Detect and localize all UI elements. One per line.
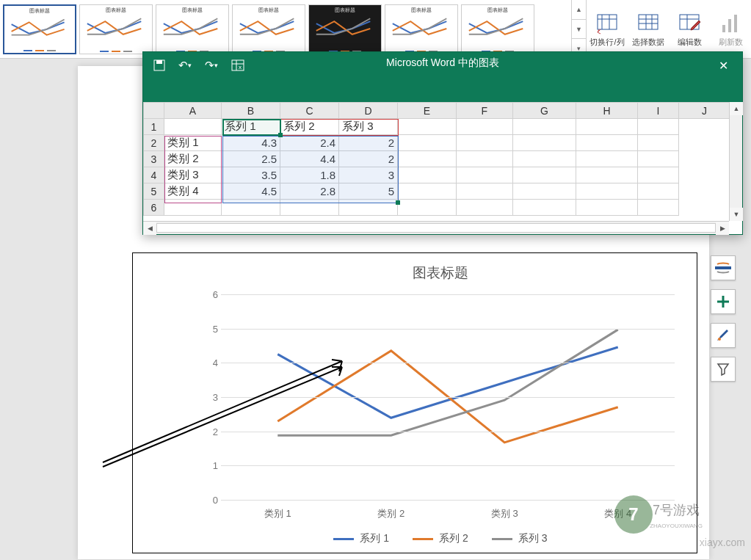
cell-d1[interactable]: 系列 3 [339, 119, 398, 135]
cell-a1[interactable] [164, 119, 222, 135]
cell[interactable] [398, 167, 457, 183]
row-header[interactable]: 2 [144, 135, 164, 151]
scroll-down-button[interactable]: ▼ [730, 208, 743, 221]
legend-item-s2[interactable]: 系列 2 [413, 532, 468, 545]
chart-style-style-7[interactable]: 图表标题 [461, 4, 534, 54]
cell[interactable] [637, 183, 678, 200]
chart-title[interactable]: 图表标题 [192, 263, 689, 283]
cell[interactable] [457, 151, 513, 167]
scroll-right-button[interactable]: ▶ [716, 222, 729, 235]
select-data-button[interactable]: 选择数据 [628, 0, 669, 58]
cell[interactable]: 2 [339, 135, 398, 151]
cell[interactable]: 1.8 [280, 167, 339, 183]
table-row[interactable]: 1 系列 1 系列 2 系列 3 [144, 119, 730, 135]
row-header[interactable]: 5 [144, 183, 164, 200]
chart-style-style-3[interactable]: 图表标题 [156, 4, 229, 54]
cell[interactable] [280, 200, 339, 216]
table-row[interactable]: 3类别 22.54.42 [144, 151, 730, 167]
chart-style-style-1[interactable]: 图表标题 [3, 4, 76, 54]
refresh-data-button[interactable]: 刷新数 [710, 0, 751, 58]
cell[interactable]: 4.5 [222, 183, 280, 200]
cell[interactable] [398, 151, 457, 167]
chart-filter-button[interactable] [711, 357, 736, 382]
chart-style-style-6[interactable]: 图表标题 [385, 4, 458, 54]
cell[interactable] [457, 167, 513, 183]
cell[interactable] [637, 200, 678, 216]
cell[interactable] [637, 167, 678, 183]
table-row[interactable]: 4类别 33.51.83 [144, 167, 730, 183]
table-row[interactable]: 6 [144, 200, 730, 216]
table-row[interactable]: 2类别 14.32.42 [144, 135, 730, 151]
cell[interactable]: 5 [339, 183, 398, 200]
scroll-track[interactable] [156, 223, 716, 233]
cell[interactable] [457, 135, 513, 151]
sheet-grid[interactable]: ABCDEFGHIJ 1 系列 1 系列 2 系列 3 2类别 14.32.42… [143, 102, 742, 234]
cell[interactable]: 类别 1 [164, 135, 222, 151]
cell[interactable] [512, 119, 576, 135]
cell[interactable]: 类别 3 [164, 167, 222, 183]
cell[interactable]: 3 [339, 167, 398, 183]
table-row[interactable]: 5类别 44.52.85 [144, 183, 730, 200]
cell[interactable] [398, 200, 457, 216]
sheet-close-button[interactable]: ✕ [708, 55, 738, 76]
cell[interactable] [512, 183, 576, 200]
chart-style-button[interactable] [711, 323, 736, 348]
chart-add-element-button[interactable] [711, 289, 736, 314]
row-header[interactable]: 4 [144, 167, 164, 183]
chart-style-style-4[interactable]: 图表标题 [232, 4, 305, 54]
column-header-J[interactable]: J [679, 103, 730, 119]
cell-b1[interactable]: 系列 1 [222, 119, 280, 135]
column-header-G[interactable]: G [512, 103, 576, 119]
cell[interactable]: 类别 4 [164, 183, 222, 200]
cell[interactable]: 2.8 [280, 183, 339, 200]
series-line[interactable] [277, 347, 617, 418]
cell[interactable] [512, 135, 576, 151]
cell[interactable]: 3.5 [222, 167, 280, 183]
column-header-F[interactable]: F [457, 103, 513, 119]
scroll-left-button[interactable]: ◀ [143, 222, 156, 235]
cell[interactable]: 类别 2 [164, 151, 222, 167]
cell[interactable] [637, 151, 678, 167]
column-header-D[interactable]: D [339, 103, 398, 119]
save-icon[interactable] [153, 59, 165, 71]
cell[interactable] [576, 119, 637, 135]
chart-style-style-2[interactable]: 图表标题 [79, 4, 153, 54]
cell-c1[interactable]: 系列 2 [280, 119, 339, 135]
column-header-A[interactable]: A [164, 103, 222, 119]
sheet-table[interactable]: ABCDEFGHIJ 1 系列 1 系列 2 系列 3 2类别 14.32.42… [143, 102, 730, 216]
gallery-up-button[interactable]: ▲ [572, 0, 586, 19]
data-sheet-window[interactable]: ↶ ▾ ↷ ▾ x Microsoft Word 中的图表 ✕ ABCDEFGH… [142, 51, 743, 235]
sheet-horizontal-scrollbar[interactable]: ◀ ▶ [143, 221, 729, 234]
row-header[interactable]: 1 [144, 119, 164, 135]
cell[interactable]: 2.5 [222, 151, 280, 167]
column-header-I[interactable]: I [637, 103, 678, 119]
undo-icon[interactable]: ↶ ▾ [178, 59, 192, 72]
cell[interactable] [164, 200, 222, 216]
column-header-B[interactable]: B [222, 103, 280, 119]
cell[interactable] [637, 135, 678, 151]
column-header-C[interactable]: C [280, 103, 339, 119]
cell[interactable] [576, 167, 637, 183]
redo-icon[interactable]: ↷ ▾ [205, 59, 218, 72]
cell[interactable] [457, 119, 513, 135]
cell[interactable] [398, 119, 457, 135]
switch-row-col-button[interactable]: 切换行/列 [587, 0, 628, 58]
sheet-mode-icon[interactable]: x [231, 59, 244, 71]
chart-object[interactable]: 图表标题 类别 1类别 2类别 3类别 4 0123456 系列 1 系列 2 … [132, 252, 697, 553]
cell[interactable] [512, 151, 576, 167]
column-header-E[interactable]: E [398, 103, 457, 119]
scroll-up-button[interactable]: ▲ [730, 102, 743, 115]
cell[interactable] [637, 119, 678, 135]
legend-item-s1[interactable]: 系列 1 [333, 532, 389, 545]
sheet-titlebar[interactable]: ↶ ▾ ↷ ▾ x Microsoft Word 中的图表 ✕ [143, 52, 742, 102]
gallery-down-button[interactable]: ▼ [572, 19, 586, 39]
cell[interactable] [339, 200, 398, 216]
cell[interactable] [398, 183, 457, 200]
legend-item-s3[interactable]: 系列 3 [492, 532, 548, 545]
range-fill-handle[interactable] [396, 200, 400, 205]
cell[interactable] [576, 135, 637, 151]
cell[interactable] [512, 167, 576, 183]
plot-area[interactable]: 类别 1类别 2类别 3类别 4 0123456 [221, 294, 675, 500]
cell[interactable]: 4.4 [280, 151, 339, 167]
cell[interactable] [457, 200, 513, 216]
